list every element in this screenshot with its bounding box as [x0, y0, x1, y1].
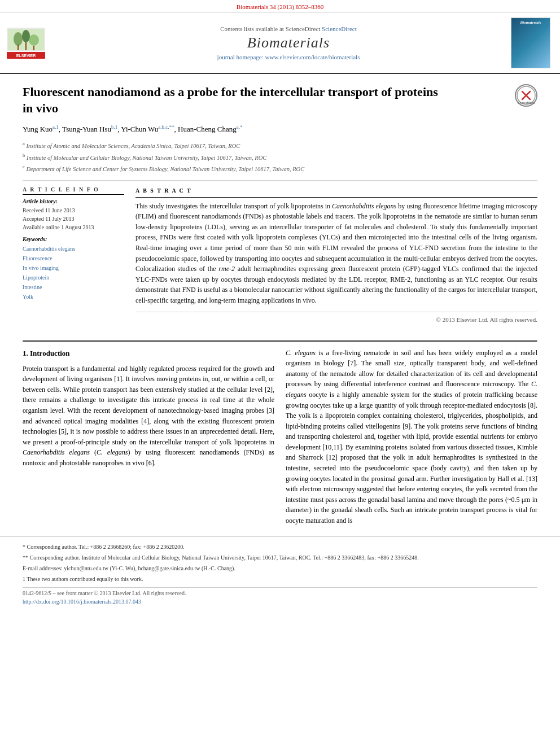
svg-point-4 [29, 34, 39, 46]
sciencedirect-link-text[interactable]: ScienceDirect [322, 25, 357, 32]
body-content: 1. Introduction Protein transport is a f… [0, 348, 560, 531]
article-info-column: A R T I C L E I N F O Article history: R… [23, 186, 124, 324]
journal-reference-bar: Biomaterials 34 (2013) 8352–8360 [0, 0, 560, 13]
info-abstract-area: A R T I C L E I N F O Article history: R… [23, 186, 537, 324]
footer-area: * Corresponding author. Tel.: +886 2 236… [0, 536, 560, 608]
article-content: Fluorescent nanodiamond as a probe for t… [0, 74, 560, 335]
doi-link[interactable]: http://dx.doi.org/10.1016/j.biomaterials… [23, 599, 537, 605]
keywords-list: Caenorhabditis elegans Fluorescence In v… [23, 244, 124, 302]
author-sup-abc: a,b,c,** [158, 124, 174, 130]
journal-cover-area: Biomaterials [508, 18, 553, 68]
corresponding-note-1: * Corresponding author. Tel.: +886 2 236… [23, 543, 537, 552]
author-yung-kuo: Yung Kuo [23, 125, 53, 134]
crossmark-area[interactable]: CrossMark [515, 84, 537, 107]
footnote-equal-contribution: 1 These two authors contributed equally … [23, 575, 537, 584]
sciencedirect-text: Contents lists available at ScienceDirec… [220, 25, 357, 32]
author-sup-b: b,1 [111, 124, 117, 130]
author-tsung-yuan-hsu: Tsung-Yuan Hsu [62, 125, 111, 134]
body-col-left: 1. Introduction Protein transport is a f… [23, 348, 274, 531]
header-divider [23, 180, 537, 181]
title-area: Fluorescent nanodiamond as a probe for t… [23, 84, 537, 116]
author-sup-a2: a,* [237, 124, 243, 130]
body-col-right: C. elegans is a free-living nematode in … [286, 348, 537, 531]
affiliation-c: c Department of Life Science and Center … [23, 163, 537, 173]
email-note: E-mail addresses: yichun@ntu.edu.tw (Yi-… [23, 564, 537, 573]
journal-cover-image: Biomaterials [511, 18, 550, 68]
accepted-date: Accepted 11 July 2013 [23, 215, 124, 223]
affiliation-a: a Institute of Atomic and Molecular Scie… [23, 140, 537, 150]
abstract-text: This study investigates the intercellula… [135, 201, 537, 306]
keywords-label: Keywords: [23, 236, 124, 242]
affiliations-area: a Institute of Atomic and Molecular Scie… [23, 140, 537, 173]
sciencedirect-label: Contents lists available at ScienceDirec… [220, 25, 320, 32]
affiliation-b: b Institute of Molecular and Cellular Bi… [23, 152, 537, 162]
keyword-6: Yolk [23, 292, 124, 302]
elsevier-logo-icon: ELSEVIER [7, 28, 63, 59]
journal-homepage-link[interactable]: journal homepage: www.elsevier.com/locat… [217, 54, 360, 60]
keyword-1: Caenorhabditis elegans [23, 244, 124, 254]
keyword-5: Intestine [23, 282, 124, 292]
author-yi-chun-wu: Yi-Chun Wu [121, 125, 158, 134]
article-title: Fluorescent nanodiamond as a probe for t… [23, 84, 446, 116]
keyword-3: In vivo imaging [23, 263, 124, 273]
intro-para-1: Protein transport is a fundamental and h… [23, 364, 274, 469]
journal-title: Biomaterials [247, 34, 330, 51]
keyword-2: Fluorescence [23, 254, 124, 263]
abstract-column: A B S T R A C T This study investigates … [135, 186, 537, 324]
issn-doi-area: 0142-9612/$ – see front matter © 2013 El… [23, 587, 537, 605]
intro-para-2: C. elegans is a free-living nematode in … [286, 348, 537, 526]
svg-text:CrossMark: CrossMark [517, 101, 535, 104]
available-date: Available online 1 August 2013 [23, 223, 124, 231]
abstract-heading: A B S T R A C T [135, 186, 537, 198]
author-huan-cheng-chang: Huan-Cheng Chang [178, 125, 237, 134]
elsevier-logo-area: ELSEVIER [7, 18, 69, 68]
keyword-4: Lipoprotein [23, 273, 124, 282]
journal-ref-text: Biomaterials 34 (2013) 8352–8360 [237, 3, 323, 10]
crossmark-icon[interactable]: CrossMark [515, 84, 537, 107]
article-history-label: Article history: [23, 198, 124, 204]
cover-journal-name: Biomaterials [520, 20, 541, 25]
corresponding-note-2: ** Corresponding author. Institute of Mo… [23, 553, 537, 562]
intro-heading: 1. Introduction [23, 348, 274, 359]
issn-text: 0142-9612/$ – see front matter © 2013 El… [23, 590, 537, 596]
footer-notes: * Corresponding author. Tel.: +886 2 236… [23, 543, 537, 584]
article-info-heading: A R T I C L E I N F O [23, 186, 124, 195]
author-sup-a: a,1 [53, 124, 59, 130]
copyright-text: © 2013 Elsevier Ltd. All rights reserved… [135, 312, 537, 325]
received-date: Received 11 June 2013 [23, 206, 124, 215]
svg-point-3 [22, 30, 30, 42]
svg-text:ELSEVIER: ELSEVIER [16, 54, 36, 58]
svg-point-2 [14, 32, 23, 46]
journal-header: ELSEVIER Contents lists available at Sci… [0, 13, 560, 74]
section-divider [23, 340, 537, 342]
journal-header-center: Contents lists available at ScienceDirec… [75, 18, 502, 68]
authors-line: Yung Kuoa,1, Tsung-Yuan Hsub,1, Yi-Chun … [23, 123, 537, 136]
